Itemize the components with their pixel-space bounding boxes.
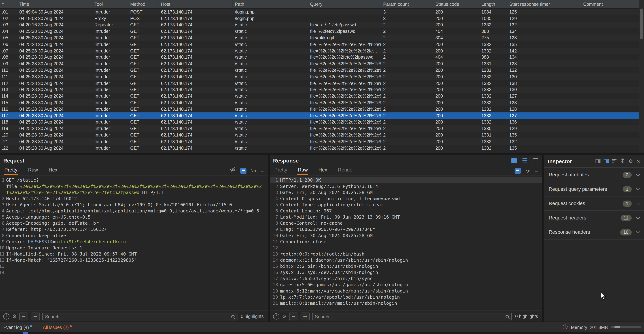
- tab-raw[interactable]: Raw: [28, 166, 38, 175]
- column-header[interactable]: Time: [17, 0, 92, 8]
- request-search-input[interactable]: [42, 313, 238, 320]
- row-number: 101: [0, 9, 17, 14]
- inspector-item[interactable]: Request attributes2: [544, 168, 644, 182]
- table-row[interactable]: 11004:25:28 30 Aug 2024IntruderGET62.173…: [0, 67, 639, 73]
- table-row[interactable]: 12004:25:28 30 Aug 2024IntruderGET62.173…: [0, 132, 639, 138]
- table-row[interactable]: 11304:25:28 30 Aug 2024IntruderGET62.173…: [0, 86, 639, 93]
- table-cell: 200: [433, 133, 479, 138]
- tab-raw[interactable]: Raw: [298, 166, 308, 175]
- column-header[interactable]: Length: [479, 0, 507, 8]
- table-cell: Intruder: [92, 113, 128, 118]
- expand-all-icon[interactable]: [620, 158, 625, 165]
- tab-hex[interactable]: Hex: [48, 166, 58, 175]
- table-row[interactable]: 10604:25:28 30 Aug 2024IntruderGET62.173…: [0, 41, 639, 47]
- column-header[interactable]: Query: [308, 0, 381, 8]
- column-header[interactable]: Comment: [581, 0, 644, 8]
- table-row[interactable]: 11604:25:28 30 Aug 2024IntruderGET62.173…: [0, 106, 639, 112]
- event-log-button[interactable]: Event log (4): [3, 325, 32, 330]
- dock-pane-active-icon[interactable]: [604, 158, 609, 165]
- table-cell: 04:25:28 30 Aug 2024: [17, 42, 92, 47]
- table-cell: GET: [128, 55, 159, 60]
- table-row[interactable]: 10204:19:03 30 Aug 2024ProxyPOST62.173.1…: [0, 15, 639, 22]
- soft-wrap-icon[interactable]: [240, 167, 246, 174]
- table-scrollbar[interactable]: [638, 0, 644, 153]
- hide-nonprintable-icon[interactable]: [230, 167, 236, 174]
- editor-menu-icon[interactable]: ≡: [535, 167, 538, 174]
- search-settings-gear-icon[interactable]: ⚙: [282, 314, 286, 319]
- search-next-button[interactable]: →: [300, 312, 310, 320]
- table-row[interactable]: 11104:25:28 30 Aug 2024IntruderGET62.173…: [0, 73, 639, 80]
- close-icon[interactable]: ×: [636, 159, 640, 164]
- scrollbar-thumb[interactable]: [640, 9, 643, 39]
- dock-pane-icon[interactable]: [596, 158, 600, 165]
- soft-wrap-icon[interactable]: [515, 167, 521, 174]
- table-row[interactable]: 11704:25:28 30 Aug 2024IntruderGET62.173…: [0, 112, 639, 119]
- table-cell: 1331: [479, 68, 507, 72]
- table-row[interactable]: 12204:25:28 30 Aug 2024IntruderGET62.173…: [0, 145, 639, 151]
- column-header[interactable]: Path: [233, 0, 308, 8]
- layout-tabs-icon[interactable]: [532, 158, 539, 163]
- inspector-item[interactable]: Response headers10: [544, 225, 644, 240]
- column-header[interactable]: Tool: [92, 0, 128, 8]
- column-header[interactable]: Method: [128, 0, 159, 8]
- collapse-all-icon[interactable]: [612, 158, 617, 165]
- table-row[interactable]: 11404:25:28 30 Aug 2024IntruderGET62.173…: [0, 93, 639, 99]
- editor-menu-icon[interactable]: ≡: [260, 167, 264, 174]
- help-icon[interactable]: ?: [273, 313, 279, 319]
- search-prev-button[interactable]: ←: [289, 312, 298, 320]
- response-panel-title: Response: [273, 157, 298, 164]
- response-editor[interactable]: 1HTTP/1.1 200 OK2Server: Werkzeug/2.3.6 …: [270, 176, 542, 311]
- table-cell: Intruder: [92, 139, 128, 144]
- tab-pretty[interactable]: Pretty: [274, 166, 288, 175]
- layout-columns-icon[interactable]: [510, 158, 518, 163]
- table-row[interactable]: 10904:25:28 30 Aug 2024IntruderGET62.173…: [0, 60, 639, 67]
- table-row[interactable]: 10103:49:04 30 Aug 2024IntruderPOST62.17…: [0, 9, 639, 15]
- table-row[interactable]: 11904:25:28 30 Aug 2024IntruderGET62.173…: [0, 125, 639, 132]
- gear-icon[interactable]: ⚙: [628, 159, 633, 164]
- tab-render[interactable]: Render: [338, 166, 354, 175]
- search-prev-button[interactable]: ←: [19, 312, 28, 320]
- column-header[interactable]: Start response timer: [507, 0, 581, 8]
- table-cell: /static: [233, 94, 308, 98]
- response-search-input[interactable]: [312, 313, 512, 320]
- tab-hex[interactable]: Hex: [318, 166, 328, 175]
- table-cell: 04:25:28 30 Aug 2024: [17, 133, 92, 138]
- table-cell: 62.173.140.174: [159, 9, 233, 14]
- info-icon[interactable]: ⓘ: [563, 324, 568, 331]
- column-header[interactable]: Host: [159, 0, 233, 8]
- table-row[interactable]: 11804:25:28 30 Aug 2024IntruderGET62.173…: [0, 119, 639, 125]
- table-row[interactable]: 10404:25:28 30 Aug 2024IntruderGET62.173…: [0, 28, 639, 35]
- table-row[interactable]: 10804:25:28 30 Aug 2024IntruderGET62.173…: [0, 54, 639, 60]
- table-row[interactable]: 12104:25:28 30 Aug 2024IntruderGET62.173…: [0, 138, 639, 145]
- horizontal-splitter[interactable]: [0, 153, 644, 155]
- request-editor[interactable]: 1GET /static?file=%2e%2e%2f%2e%2e%2f%2e%…: [0, 176, 268, 311]
- newline-icon[interactable]: \n: [526, 168, 530, 173]
- table-row[interactable]: 11204:25:28 30 Aug 2024IntruderGET62.173…: [0, 80, 639, 86]
- line-number: 9: [0, 239, 6, 245]
- inspector-item[interactable]: Request cookies1: [544, 196, 644, 211]
- table-cell: 134: [507, 55, 581, 60]
- line-number: 4: [0, 208, 6, 214]
- search-next-button[interactable]: →: [31, 312, 40, 320]
- table-row[interactable]: 10704:25:28 30 Aug 2024IntruderGET62.173…: [0, 47, 639, 54]
- table-cell: file=%2e%2e%2f%2e%2e%2f%2e%2f…: [308, 100, 381, 105]
- table-row[interactable]: 11504:25:28 30 Aug 2024IntruderGET62.173…: [0, 99, 639, 106]
- table-cell: Intruder: [92, 120, 128, 124]
- help-icon[interactable]: ?: [3, 313, 10, 319]
- inspector-item[interactable]: Request headers11: [544, 211, 644, 225]
- table-row[interactable]: 10504:25:28 30 Aug 2024IntruderGET62.173…: [0, 34, 639, 41]
- layout-rows-icon[interactable]: [521, 158, 528, 163]
- all-issues-button[interactable]: All issues (2): [43, 325, 72, 330]
- column-header[interactable]: Status code: [433, 0, 479, 8]
- column-header-index[interactable]: ^: [0, 0, 17, 8]
- row-number: 121: [0, 139, 17, 144]
- vertical-splitter[interactable]: [268, 155, 270, 322]
- inspector-item[interactable]: Request query parameters1: [544, 182, 644, 196]
- column-header[interactable]: Param count: [381, 0, 433, 8]
- table-row[interactable]: 10304:20:16 30 Aug 2024RepeaterGET62.173…: [0, 22, 639, 28]
- newline-icon[interactable]: \n: [251, 168, 256, 173]
- tab-pretty[interactable]: Pretty: [4, 166, 18, 175]
- search-settings-gear-icon[interactable]: ⚙: [12, 314, 17, 319]
- vertical-splitter[interactable]: [542, 155, 544, 322]
- status-bar: Event log (4) All issues (2) ⓘ Memory: 2…: [0, 322, 644, 332]
